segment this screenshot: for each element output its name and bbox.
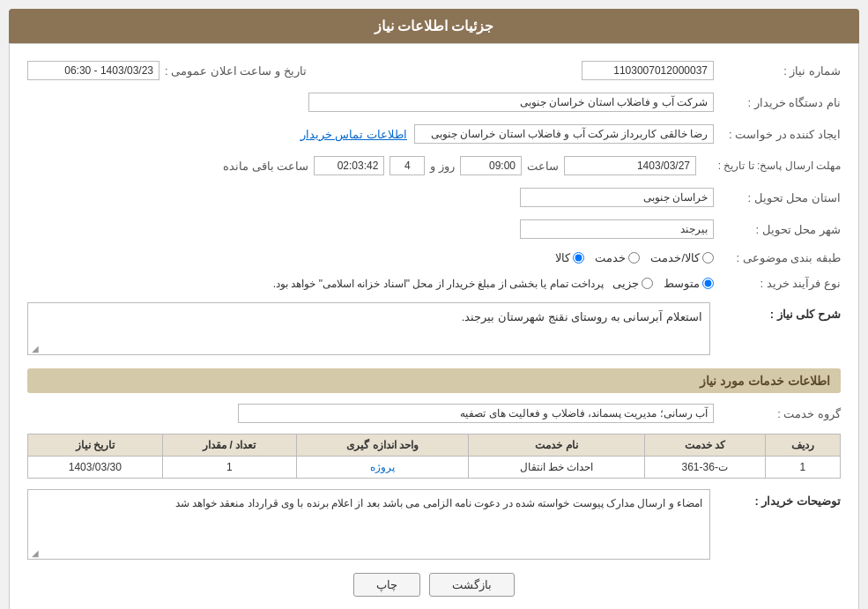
shahr-tahvil-label: شهر محل تحویل : (717, 219, 841, 240)
resize-handle-2: ◢ (30, 548, 39, 557)
mohlat-remaining: 02:03:42 (314, 156, 384, 175)
noee-motavset[interactable]: متوسط (664, 277, 714, 290)
shomare-niaz-value: 1103007012000037 (582, 61, 714, 80)
back-button[interactable]: بازگشت (429, 573, 515, 597)
ostan-tahvil-value: خراسان جنوبی (520, 188, 714, 207)
cell-radif: 1 (765, 457, 840, 479)
grooh-khadmat-value: آب رسانی؛ مدیریت پسماند، فاضلاب و فعالیت… (238, 404, 714, 423)
mohlat-label: مهلت ارسال پاسخ: تا تاریخ : (700, 156, 841, 175)
shahr-tahvil-value: بیرجند (520, 219, 714, 239)
noee-farayand-label: نوع فرآیند خرید : (717, 273, 841, 293)
tawzih-label: توضیحات خریدار : (754, 491, 841, 511)
services-table: ردیف کد خدمت نام خدمت واحد اندازه گیری ت… (27, 434, 841, 479)
col-radif: ردیف (765, 434, 840, 457)
mohlat-date: 1403/03/27 (564, 156, 696, 175)
cell-unit: پروژه (297, 457, 469, 479)
mohlat-time-label: ساعت (527, 160, 559, 173)
table-row: 1 ت-36-361 احداث خط انتقال پروژه 1 1403/… (28, 457, 841, 479)
noee-jozi[interactable]: جزیی (612, 277, 653, 290)
col-code: کد خدمت (644, 434, 765, 457)
cell-code: ت-36-361 (644, 457, 765, 479)
tarikh-value: 1403/03/23 - 06:30 (27, 61, 160, 80)
col-name: نام خدمت (469, 434, 644, 457)
col-date: تاریخ نیاز (28, 434, 163, 457)
shomare-niaz-label: شماره نیاز : (717, 61, 841, 81)
nam-dastgah-label: نام دستگاه خریدار : (717, 93, 841, 113)
cell-name: احداث خط انتقال (469, 457, 644, 479)
mohlat-roz-value: 4 (389, 156, 425, 175)
mohlat-roz-label: روز و (430, 160, 455, 173)
sharh-value: استعلام آبرسانی به روستای نقنج شهرستان ب… (462, 310, 702, 323)
print-button[interactable]: چاپ (353, 573, 420, 597)
ostan-tahvil-label: استان محل تحویل : (717, 188, 841, 208)
sharh-label: شرح کلی نیاز : (770, 304, 841, 324)
tarikh-label: تاریخ و ساعت اعلان عمومی : (165, 64, 307, 78)
col-unit: واحد اندازه گیری (297, 434, 469, 457)
tabaqe-kala-khidmat[interactable]: کالا/خدمت (650, 251, 714, 264)
cell-date: 1403/03/30 (28, 457, 163, 479)
tawzih-value: امضاء و ارسال مدارک پیوست خواسته شده در … (175, 497, 702, 509)
ijad-konande-label: ایجاد کننده در خواست : (717, 124, 841, 145)
ettelaat-tamas-link[interactable]: اطلاعات تماس خریدار (300, 128, 407, 141)
tabaqe-kala[interactable]: کالا (555, 251, 584, 264)
ijad-konande-value: رضا خالقی کاربرداز شرکت آب و فاضلاب استا… (414, 124, 714, 144)
sharh-box: استعلام آبرسانی به روستای نقنج شهرستان ب… (27, 302, 710, 355)
tabaqe-label: طبقه بندی موضوعی : (717, 248, 841, 268)
cell-count: 1 (162, 457, 296, 479)
col-count: تعداد / مقدار (162, 434, 296, 457)
mohlat-saet-label: ساعت باقی مانده (223, 160, 308, 173)
services-section-label: اطلاعات خدمات مورد نیاز (27, 368, 841, 393)
mohlat-time: 09:00 (460, 156, 522, 175)
tawzih-box: امضاء و ارسال مدارک پیوست خواسته شده در … (27, 489, 710, 560)
noee-farayand-text: پرداخت تمام یا بخشی از مبلغ خریدار از مح… (273, 278, 604, 290)
grooh-khadmat-label: گروه خدمت : (717, 404, 841, 424)
tabaqe-khidmat[interactable]: خدمت (595, 251, 640, 264)
nam-dastgah-value: شرکت آب و فاضلاب استان خراسان جنوبی (308, 93, 714, 112)
page-title: جزئیات اطلاعات نیاز (9, 9, 859, 43)
resize-handle: ◢ (30, 344, 39, 353)
